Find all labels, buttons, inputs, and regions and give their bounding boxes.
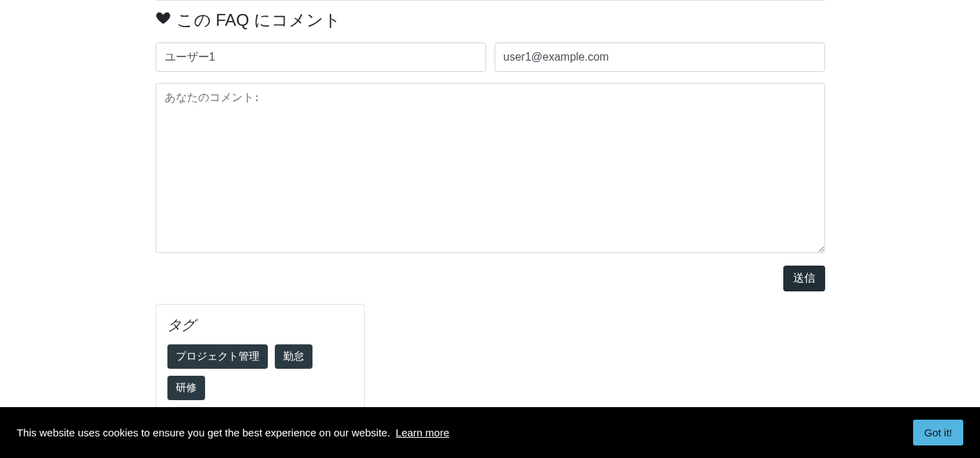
tags-list: プロジェクト管理 勤怠 研修 — [167, 344, 353, 400]
cookie-learn-more-link[interactable]: Learn more — [395, 427, 449, 438]
tag-button[interactable]: プロジェクト管理 — [167, 344, 268, 369]
tag-button[interactable]: 研修 — [167, 376, 205, 400]
cookie-bar: This website uses cookies to ensure you … — [0, 407, 980, 458]
divider — [156, 0, 825, 1]
tags-card: タグ プロジェクト管理 勤怠 研修 — [156, 304, 365, 412]
submit-button[interactable]: 送信 — [783, 266, 825, 291]
cookie-dismiss-button[interactable]: Got it! — [913, 420, 963, 445]
comment-heading: この FAQ にコメント — [156, 9, 825, 31]
email-input[interactable] — [495, 43, 825, 72]
heart-icon — [156, 10, 171, 30]
comment-heading-text: この FAQ にコメント — [176, 9, 341, 31]
tag-button[interactable]: 勤怠 — [275, 344, 312, 369]
name-input[interactable] — [156, 43, 486, 72]
comment-textarea[interactable] — [156, 83, 825, 253]
tags-title: タグ — [167, 316, 353, 335]
cookie-text: This website uses cookies to ensure you … — [17, 427, 390, 438]
